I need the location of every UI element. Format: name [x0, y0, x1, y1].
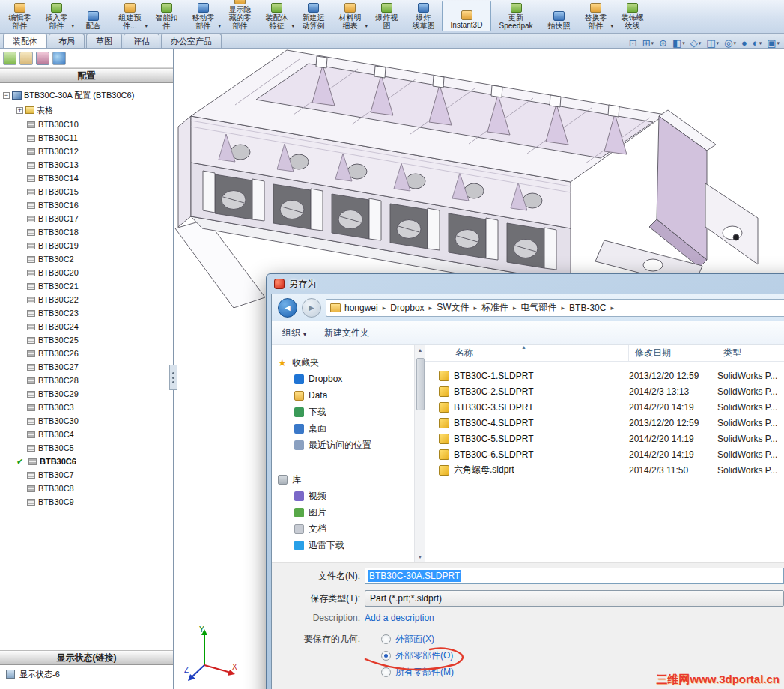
- favorites-group[interactable]: 收藏夹: [272, 354, 414, 371]
- scroll-down-icon[interactable]: [418, 553, 423, 562]
- config-tree-item[interactable]: BTB30C16: [0, 198, 173, 212]
- file-row[interactable]: BTB30C-6.SLDPRT 2014/2/20 14:19 SolidWor…: [425, 446, 784, 462]
- dropdown-arrow-icon[interactable]: ▾: [145, 23, 148, 29]
- config-tree-item[interactable]: BTB30C12: [0, 145, 173, 158]
- view-orientation-icon[interactable]: ◇ ▾: [690, 38, 702, 48]
- collapse-icon[interactable]: [3, 92, 10, 99]
- config-tree-item[interactable]: BTB30C4: [0, 428, 173, 441]
- file-row[interactable]: BTB30C-1.SLDPRT 2013/12/20 12:59 SolidWo…: [425, 368, 784, 383]
- section-view-icon[interactable]: ◧ ▾: [672, 38, 685, 48]
- config-tree-item[interactable]: BTB30C30: [0, 414, 173, 428]
- config-tree-root[interactable]: BTB30C-30A 配置 (BTB30C6): [0, 88, 173, 103]
- file-row[interactable]: BTB30C-2.SLDPRT 2014/2/3 13:13 SolidWork…: [425, 383, 784, 399]
- config-tree-item[interactable]: BTB30C18: [0, 225, 173, 239]
- nav-scrollbar[interactable]: [414, 345, 425, 562]
- dropdown-arrow-icon[interactable]: ▾: [759, 38, 762, 48]
- breadcrumb-segment[interactable]: 标准件: [481, 301, 521, 314]
- hide-show-items-icon[interactable]: ◎ ▾: [724, 38, 736, 48]
- config-tree-item[interactable]: BTB30C25: [0, 333, 173, 347]
- nav-item[interactable]: 下载: [272, 404, 414, 420]
- nav-item[interactable]: 最近访问的位置: [272, 437, 414, 453]
- ribbon-button[interactable]: 配合 ▾: [75, 1, 112, 31]
- scroll-up-icon[interactable]: [418, 346, 423, 355]
- geometry-radio-row[interactable]: 外部面(X): [381, 631, 454, 647]
- dropdown-arrow-icon[interactable]: ▾: [651, 38, 654, 48]
- libraries-group[interactable]: 库: [272, 471, 414, 488]
- config-tree-item[interactable]: BTB30C20: [0, 266, 173, 279]
- config-tree-item[interactable]: BTB30C24: [0, 320, 173, 333]
- nav-item[interactable]: 视频: [272, 488, 414, 504]
- zoom-in-out-icon[interactable]: ⊕ ▾: [659, 38, 667, 48]
- config-tree-item[interactable]: BTB30C9: [0, 495, 173, 509]
- organize-button[interactable]: 组织: [282, 327, 306, 339]
- nav-item[interactable]: Data: [272, 387, 414, 404]
- display-style-icon[interactable]: ◫ ▾: [706, 38, 719, 48]
- ribbon-button[interactable]: 拍快照 ▾: [541, 1, 577, 31]
- dropdown-arrow-icon[interactable]: ▾: [291, 23, 294, 29]
- dropdown-arrow-icon[interactable]: ▾: [610, 23, 613, 29]
- back-button[interactable]: [278, 298, 297, 318]
- config-tree-item[interactable]: BTB30C15: [0, 185, 173, 198]
- file-row[interactable]: BTB30C-5.SLDPRT 2014/2/20 14:19 SolidWor…: [425, 431, 784, 446]
- dropdown-arrow-icon[interactable]: ▾: [699, 38, 702, 48]
- breadcrumb-segment[interactable]: SW文件: [437, 301, 481, 314]
- dropdown-arrow-icon[interactable]: ▾: [365, 23, 368, 29]
- ribbon-button[interactable]: 材料明 细表 ▾: [332, 1, 368, 31]
- breadcrumb-segment[interactable]: 电气部件: [521, 301, 570, 314]
- tables-node[interactable]: 表格: [0, 103, 173, 118]
- config-tree-item[interactable]: BTB30C2: [0, 252, 173, 266]
- config-tree-item[interactable]: BTB30C28: [0, 374, 173, 387]
- nav-item[interactable]: Dropbox: [272, 371, 414, 387]
- ribbon-button[interactable]: 更新 Speedpak ▾: [491, 1, 541, 31]
- ribbon-button[interactable]: 装配体 特征 ▾: [258, 1, 295, 31]
- radio-icon[interactable]: [381, 667, 391, 677]
- breadcrumb-segment[interactable]: hongwei: [344, 301, 390, 314]
- zoom-area-icon[interactable]: ⊞ ▾: [642, 38, 654, 48]
- column-type[interactable]: 类型: [717, 345, 784, 361]
- featuremanager-icon[interactable]: [3, 52, 16, 65]
- dropdown-arrow-icon[interactable]: ▾: [71, 23, 74, 29]
- config-tree-item[interactable]: BTB30C26: [0, 347, 173, 360]
- config-tree-item[interactable]: BTB30C14: [0, 172, 173, 185]
- configurationmanager-icon[interactable]: [36, 52, 49, 65]
- add-description-link[interactable]: Add a description: [365, 613, 434, 623]
- dropdown-arrow-icon[interactable]: ▾: [733, 38, 736, 48]
- config-tree-item[interactable]: BTB30C27: [0, 360, 173, 374]
- commandmanager-tab[interactable]: 评估: [124, 34, 159, 48]
- geometry-radio-row[interactable]: 所有零部件(M): [381, 664, 454, 680]
- edit-appearance-icon[interactable]: ● ▾: [741, 38, 747, 48]
- scrollbar-thumb[interactable]: [416, 358, 425, 410]
- ribbon-button[interactable]: 插入零 部件 ▾: [38, 1, 75, 31]
- nav-item[interactable]: 迅雷下载: [272, 537, 414, 553]
- display-state-item[interactable]: 显示状态-6: [0, 667, 173, 682]
- column-date[interactable]: 修改日期: [629, 345, 717, 361]
- config-tree-item[interactable]: BTB30C10: [0, 118, 173, 131]
- expand-icon[interactable]: [16, 107, 23, 114]
- commandmanager-tab[interactable]: 装配体: [3, 34, 47, 48]
- dialog-titlebar[interactable]: 另存为: [271, 274, 784, 294]
- commandmanager-tab[interactable]: 布局: [49, 34, 85, 48]
- ribbon-button[interactable]: 编辑零 部件 ▾: [1, 1, 38, 31]
- ribbon-button[interactable]: 替换零 部件 ▾: [577, 1, 614, 31]
- forward-button[interactable]: [302, 298, 321, 318]
- geometry-radio-row[interactable]: 外部零部件(O): [381, 647, 454, 664]
- dropdown-arrow-icon[interactable]: ▾: [777, 38, 780, 48]
- config-tree-item[interactable]: BTB30C29: [0, 387, 173, 401]
- new-folder-button[interactable]: 新建文件夹: [324, 327, 369, 339]
- apply-scene-icon[interactable]: ◐ ▾: [753, 38, 762, 48]
- ribbon-button[interactable]: 智能扣 件 ▾: [148, 1, 185, 31]
- zoom-fit-icon[interactable]: ⊡ ▾: [629, 38, 637, 48]
- config-tree-item[interactable]: BTB30C21: [0, 279, 173, 293]
- file-row[interactable]: 六角螺母.sldprt 2014/2/3 11:50 SolidWorks P.…: [425, 462, 784, 478]
- config-tree-item[interactable]: BTB30C3: [0, 401, 173, 414]
- save-type-dropdown[interactable]: Part (*.prt;*.sldprt): [365, 590, 784, 607]
- column-name[interactable]: 名称: [425, 345, 629, 361]
- ribbon-button[interactable]: Instant3D ▾: [442, 1, 491, 31]
- config-tree-item[interactable]: BTB30C11: [0, 131, 173, 145]
- config-tree-item[interactable]: BTB30C5: [0, 441, 173, 455]
- ribbon-button[interactable]: 组建预 件... ▾: [112, 1, 148, 31]
- file-row[interactable]: BTB30C-3.SLDPRT 2014/2/20 14:19 SolidWor…: [425, 399, 784, 415]
- config-tree-item[interactable]: BTB30C13: [0, 158, 173, 172]
- dropdown-arrow-icon[interactable]: ▾: [682, 38, 685, 48]
- config-tree-item[interactable]: BTB30C17: [0, 212, 173, 225]
